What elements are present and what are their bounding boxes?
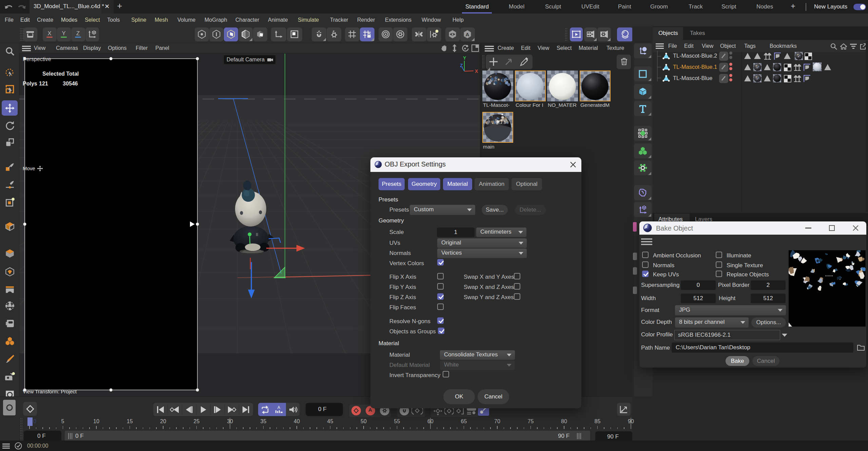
svg-text:X: X [47,30,51,37]
svg-text:Z: Z [76,30,80,37]
svg-text:X: X [475,68,478,74]
svg-text:Y: Y [463,55,466,61]
svg-text:Y: Y [62,30,65,37]
svg-text:Z: Z [460,63,463,68]
svg-text:A: A [466,32,469,37]
svg-text:A: A [277,405,280,410]
